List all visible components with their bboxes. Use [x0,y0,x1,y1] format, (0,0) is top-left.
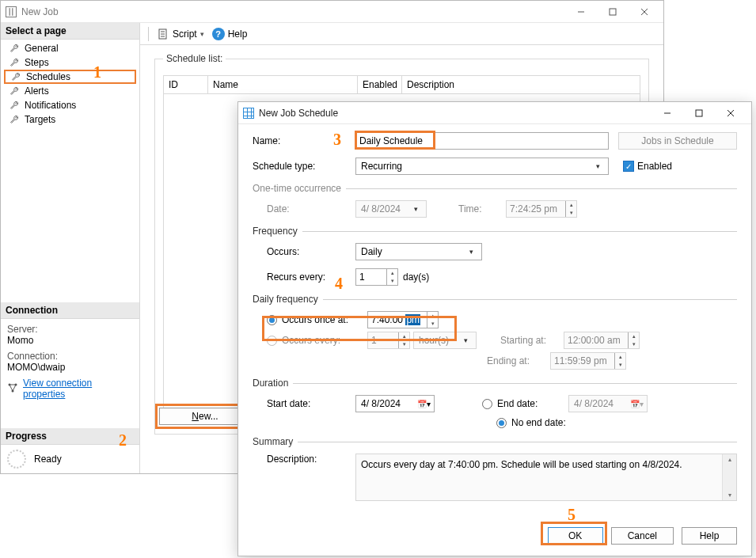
type-combo[interactable]: Recurring ▾ [355,158,609,175]
nav-label: Alerts [25,85,49,97]
wrench-icon [9,57,20,68]
progress-block: Ready [1,445,139,473]
app-icon [6,6,17,17]
starting-at-value: 12:00:00 am ▴▾ [564,332,640,349]
cancel-button[interactable]: Cancel [611,527,674,545]
connection-block: Server: Momo Connection: MOMO\dwaip View… [1,319,139,404]
nav-label: Schedules [26,71,70,82]
every-unit-combo: hour(s) ▾ [413,332,477,349]
page-nav: General Steps Schedules Alerts Notificat… [1,40,139,128]
close-button[interactable] [629,3,660,21]
end-date-picker: 4/ 8/2024 📅▾ [568,395,648,412]
chevron-down-icon: ▾ [458,336,473,344]
end-date-radio[interactable] [482,399,492,409]
conn-label: Connection: [7,351,133,362]
ending-at-label: Ending at: [487,355,550,366]
recurs-spinner[interactable]: 1 ▴▾ [355,268,398,286]
no-end-date-radio[interactable] [496,418,507,428]
nav-label: Steps [25,57,49,68]
occurs-every-radio[interactable] [267,336,277,346]
col-desc: Description [402,76,640,93]
occurs-once-radio[interactable] [267,315,277,325]
desc-label: Description: [267,454,355,465]
wrench-icon [9,43,20,54]
nav-label: Notifications [25,100,76,111]
help-button[interactable]: Help [682,527,737,545]
schedule-titlebar: New Job Schedule [238,102,751,124]
nav-general[interactable]: General [1,41,139,55]
nav-alerts[interactable]: Alerts [1,84,139,98]
help-label: Help [700,530,720,541]
ok-label: OK [568,530,582,541]
wrench-icon [9,85,20,97]
connection-header: Connection [1,302,139,319]
occurs-once-time[interactable]: 7:40:00 pm ▴▾ [367,311,439,328]
sched-minimize-button[interactable] [652,104,683,122]
script-button[interactable]: Script ▾ [157,28,204,40]
server-value: Momo [7,335,133,346]
left-pane: Select a page General Steps Schedules Al… [1,23,140,473]
col-enabled: Enabled [358,76,402,93]
enabled-label: Enabled [637,161,672,172]
help-icon: ? [212,28,225,40]
name-input[interactable]: Daily Schedule [355,132,609,150]
schedule-list-legend: Schedule list: [163,53,226,64]
schedule-icon [243,108,254,119]
progress-header: Progress [1,428,139,445]
nav-notifications[interactable]: Notifications [1,98,139,112]
sched-close-button[interactable] [715,104,747,122]
maximize-button[interactable] [597,3,629,21]
name-label: Name: [253,135,355,146]
starting-at-label: Starting at: [500,335,564,346]
type-label: Schedule type: [253,161,355,172]
titlebar: New Job [1,1,663,23]
start-date-label: Start date: [267,398,355,409]
svg-rect-3 [610,9,616,15]
jobs-in-schedule-button[interactable]: Jobs in Schedule [618,132,737,150]
start-at-value: 12:00:00 am [564,335,628,346]
chevron-down-icon: ▾ [200,30,204,38]
nav-schedules[interactable]: Schedules [4,70,136,84]
occurs-label: Occurs: [267,246,355,257]
occurs-every-value: 1 ▴▾ [367,332,410,349]
recurs-unit: day(s) [403,271,429,283]
minimize-button[interactable] [565,3,597,21]
cancel-label: Cancel [628,530,657,541]
view-connection-link[interactable]: View connection properties [23,378,133,400]
end-date-value: 4/ 8/2024 [574,398,630,409]
name-value: Daily Schedule [359,135,423,146]
onetime-date: 4/ 8/2024 ▾ [355,200,427,218]
onetime-group: One-time occurrence [253,183,346,194]
duration-group: Duration [253,378,293,389]
wrench-icon [10,71,21,82]
start-date-picker[interactable]: 4/ 8/2024 📅▾ [355,395,435,412]
recurs-value: 1 [356,271,386,283]
desc-text: Occurs every day at 7:40:00 pm. Schedule… [361,459,682,470]
sched-maximize-button[interactable] [683,104,715,122]
occurs-combo[interactable]: Daily ▾ [355,243,482,260]
scrollbar[interactable]: ▴▾ [722,454,736,500]
ending-at-value: 11:59:59 pm ▴▾ [550,352,626,370]
wrench-icon [9,114,20,125]
time-label: Time: [458,203,506,214]
conn-value: MOMO\dwaip [7,362,133,373]
enabled-checkbox[interactable]: ✓ [623,161,634,172]
nav-targets[interactable]: Targets [1,112,139,127]
summary-group: Summary [253,436,298,447]
help-button[interactable]: ? Help [212,28,248,40]
start-date-value: 4/ 8/2024 [361,398,417,409]
col-id: ID [164,76,208,93]
end-date-label: End date: [497,398,568,409]
ok-button[interactable]: OK [548,527,603,545]
recurs-label: Recurs every: [267,271,355,283]
chevron-down-icon: ▾ [464,248,478,256]
svg-rect-0 [9,8,10,16]
nav-steps[interactable]: Steps [1,55,139,70]
calendar-icon: 📅▾ [417,400,431,408]
end-at-value: 11:59:59 pm [551,355,614,366]
script-icon [157,28,169,40]
freq-group: Frequency [253,226,302,237]
calendar-icon: 📅▾ [630,400,644,408]
type-value: Recurring [361,161,591,172]
wrench-icon [9,100,20,111]
